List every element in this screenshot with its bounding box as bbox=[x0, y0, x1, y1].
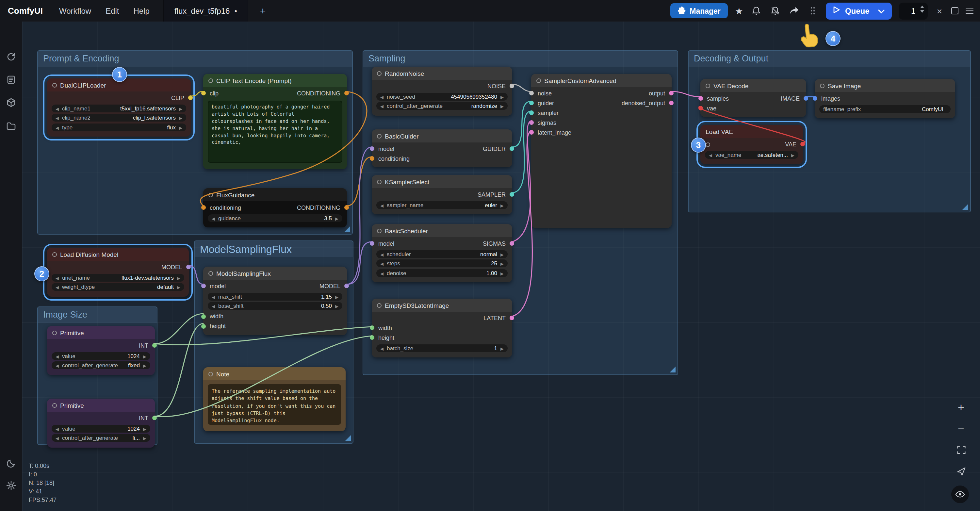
collapse-dot[interactable] bbox=[820, 83, 824, 88]
output-slot-sigmas[interactable] bbox=[510, 241, 514, 246]
node-header[interactable]: Load Diffusion Model bbox=[47, 248, 189, 261]
navigate-button[interactable] bbox=[953, 466, 970, 476]
input-slot-conditioning[interactable] bbox=[201, 205, 206, 210]
input-slot-width[interactable] bbox=[370, 325, 374, 330]
output-slot-denoised-output[interactable] bbox=[669, 100, 674, 105]
output-slot-model[interactable] bbox=[344, 283, 349, 288]
star-icon[interactable]: ★ bbox=[735, 6, 743, 16]
node-loaddiffusionmodel[interactable]: Load Diffusion Model MODEL unet_nameflux… bbox=[47, 248, 189, 296]
left-arrow-icon[interactable] bbox=[56, 425, 59, 431]
left-arrow-icon[interactable] bbox=[380, 251, 383, 257]
node-primitive-height[interactable]: Primitive INT value1024 control_after_ge… bbox=[47, 399, 155, 447]
output-slot-conditioning[interactable] bbox=[344, 91, 349, 96]
output-slot-vae[interactable] bbox=[800, 142, 805, 146]
right-arrow-icon[interactable] bbox=[179, 124, 182, 131]
node-modelsamplingflux[interactable]: ModelSamplingFlux model MODEL max_shift1… bbox=[203, 267, 347, 335]
menu-edit[interactable]: Edit bbox=[98, 6, 126, 15]
settings-gear-icon[interactable] bbox=[6, 480, 16, 491]
right-arrow-icon[interactable] bbox=[179, 105, 182, 111]
node-vaedecode[interactable]: VAE Decode samples IMAGE vae bbox=[700, 79, 806, 117]
widget-clip_name1[interactable]: clip_name1t5xxl_fp16.safetensors bbox=[52, 104, 186, 112]
widget-base_shift[interactable]: base_shift0.50 bbox=[208, 302, 342, 310]
left-arrow-icon[interactable] bbox=[56, 105, 59, 111]
right-arrow-icon[interactable] bbox=[500, 93, 504, 100]
output-slot-sampler[interactable] bbox=[510, 192, 514, 197]
right-arrow-icon[interactable] bbox=[143, 425, 146, 431]
collapse-dot[interactable] bbox=[52, 403, 57, 408]
input-slot-model[interactable] bbox=[201, 283, 206, 288]
new-workflow-button[interactable]: + bbox=[256, 5, 270, 16]
output-slot-int[interactable] bbox=[152, 415, 157, 420]
group-resize-handle[interactable] bbox=[670, 366, 676, 373]
menu-help[interactable]: Help bbox=[126, 6, 157, 15]
collapse-dot[interactable] bbox=[52, 83, 57, 87]
batch-count-input[interactable]: 1 bbox=[899, 2, 928, 19]
left-arrow-icon[interactable] bbox=[56, 283, 59, 290]
widget-clip_name2[interactable]: clip_name2clip_l.safetensors bbox=[52, 114, 186, 121]
collapse-dot[interactable] bbox=[52, 330, 57, 335]
share-icon[interactable] bbox=[788, 5, 800, 17]
widget-steps[interactable]: steps25 bbox=[376, 259, 508, 267]
fit-view-button[interactable] bbox=[953, 445, 970, 455]
group-title-bar[interactable] bbox=[363, 51, 678, 67]
note-textarea[interactable]: The reference sampling implementation au… bbox=[208, 384, 341, 425]
left-arrow-icon[interactable] bbox=[212, 302, 215, 309]
bell-slash-icon[interactable] bbox=[769, 5, 781, 17]
widget-batch_size[interactable]: batch_size1 bbox=[376, 344, 508, 352]
toggle-visibility-button[interactable] bbox=[951, 486, 969, 503]
collapse-dot[interactable] bbox=[377, 228, 382, 233]
widget-scheduler[interactable]: schedulernormal bbox=[376, 250, 508, 258]
node-header[interactable]: CLIP Text Encode (Prompt) bbox=[203, 74, 347, 87]
node-header[interactable]: ModelSamplingFlux bbox=[203, 267, 347, 280]
output-slot-latent[interactable] bbox=[510, 316, 514, 320]
input-slot-width[interactable] bbox=[201, 314, 206, 318]
folder-icon[interactable] bbox=[6, 121, 16, 131]
history-icon[interactable] bbox=[6, 52, 16, 62]
widget-unet_name[interactable]: unet_nameflux1-dev.safetensors bbox=[52, 274, 184, 281]
right-arrow-icon[interactable] bbox=[177, 283, 180, 290]
widget-control_after_generate[interactable]: control_after_generatefi... bbox=[52, 434, 150, 442]
node-basicscheduler[interactable]: BasicScheduler model SIGMAS schedulernor… bbox=[372, 224, 512, 282]
widget-sampler_name[interactable]: sampler_nameeuler bbox=[376, 201, 508, 209]
collapse-dot[interactable] bbox=[706, 142, 710, 147]
right-arrow-icon[interactable] bbox=[500, 269, 504, 276]
theme-moon-icon[interactable] bbox=[6, 458, 16, 468]
node-primitive-width[interactable]: Primitive INT value1024 control_after_ge… bbox=[47, 326, 155, 375]
node-ksamplerselect[interactable]: KSamplerSelect SAMPLER sampler_nameeuler bbox=[372, 175, 512, 214]
zoom-in-button[interactable]: + bbox=[953, 401, 970, 414]
right-arrow-icon[interactable] bbox=[500, 345, 504, 351]
output-slot-model[interactable] bbox=[186, 265, 191, 269]
node-header[interactable]: BasicGuider bbox=[372, 129, 512, 142]
input-slot-images[interactable] bbox=[813, 96, 817, 100]
collapse-dot[interactable] bbox=[208, 78, 213, 83]
node-dualcliploader[interactable]: DualCLIPLoader CLIP clip_name1t5xxl_fp16… bbox=[47, 78, 191, 137]
right-arrow-icon[interactable] bbox=[500, 251, 504, 257]
node-emptysd3latentimage[interactable]: EmptySD3LatentImage LATENT width height … bbox=[372, 299, 512, 357]
grip-dots-icon[interactable] bbox=[807, 5, 819, 17]
left-arrow-icon[interactable] bbox=[380, 93, 383, 100]
node-header[interactable]: EmptySD3LatentImage bbox=[372, 299, 512, 312]
left-arrow-icon[interactable] bbox=[380, 345, 383, 351]
widget-control_after_generate[interactable]: control_after_generaterandomize bbox=[376, 102, 508, 110]
right-arrow-icon[interactable] bbox=[335, 302, 339, 309]
output-slot-image[interactable] bbox=[803, 96, 808, 100]
right-arrow-icon[interactable] bbox=[500, 202, 504, 208]
right-arrow-icon[interactable] bbox=[143, 353, 146, 359]
node-header[interactable]: Load VAE bbox=[700, 125, 803, 138]
right-arrow-icon[interactable] bbox=[791, 151, 794, 158]
input-slot-vae[interactable] bbox=[698, 106, 703, 110]
output-slot-int[interactable] bbox=[152, 343, 157, 348]
chevron-down-icon[interactable] bbox=[878, 6, 885, 15]
left-arrow-icon[interactable] bbox=[380, 103, 383, 109]
right-arrow-icon[interactable] bbox=[335, 215, 339, 221]
left-arrow-icon[interactable] bbox=[56, 115, 59, 121]
group-resize-handle[interactable] bbox=[963, 204, 968, 210]
input-slot-height[interactable] bbox=[370, 335, 374, 340]
left-arrow-icon[interactable] bbox=[56, 435, 59, 441]
input-slot-conditioning[interactable] bbox=[370, 156, 374, 161]
left-arrow-icon[interactable] bbox=[380, 269, 383, 276]
widget-value[interactable]: value1024 bbox=[52, 352, 150, 360]
right-arrow-icon[interactable] bbox=[177, 274, 180, 281]
collapse-dot[interactable] bbox=[536, 78, 541, 83]
input-slot-sigmas[interactable] bbox=[529, 120, 534, 125]
